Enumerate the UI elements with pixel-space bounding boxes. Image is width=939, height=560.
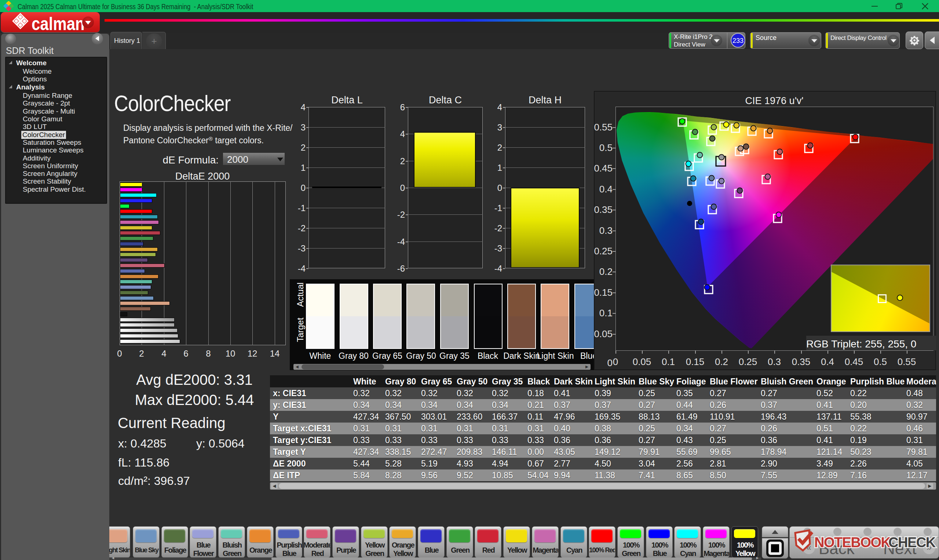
svg-text:NOTEBOOK: NOTEBOOK — [814, 535, 891, 550]
svg-text:CHECK: CHECK — [888, 535, 936, 550]
